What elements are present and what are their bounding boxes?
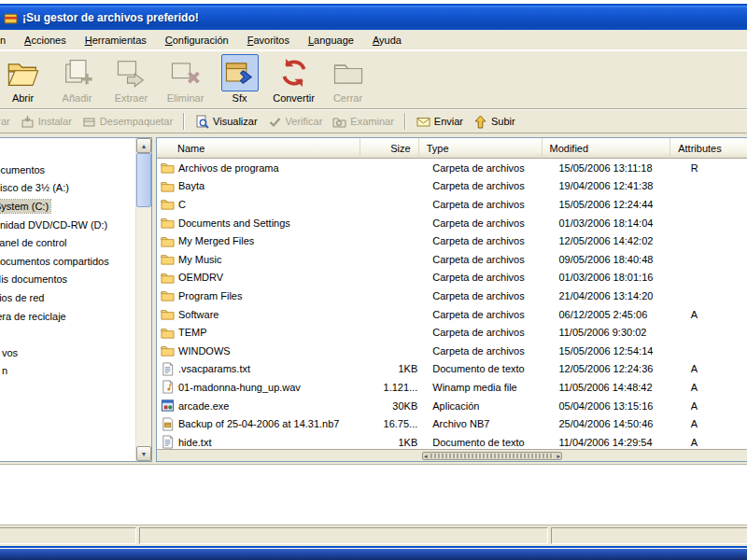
unpack-icon bbox=[82, 115, 96, 129]
file-row-documents-and-settings[interactable]: Documents and SettingsCarpeta de archivo… bbox=[157, 214, 747, 232]
file-row-oemdrv[interactable]: OEMDRVCarpeta de archivos01/03/2006 18:0… bbox=[157, 269, 747, 287]
file-name: Program Files bbox=[178, 290, 242, 301]
column-header-type[interactable]: Type bbox=[419, 138, 543, 159]
file-type-cell: Carpeta de archivos bbox=[425, 217, 551, 229]
file-type-cell: Carpeta de archivos bbox=[425, 345, 551, 357]
file-row-arcade-exe[interactable]: arcade.exe30KBAplicación05/04/2006 13:15… bbox=[157, 397, 747, 415]
tree-gap bbox=[0, 325, 135, 343]
toolbar-button-abrir[interactable]: Abrir bbox=[0, 54, 49, 104]
toolbar-separator bbox=[183, 113, 185, 130]
file-row-windows[interactable]: WINDOWSCarpeta de archivos15/05/2006 12:… bbox=[157, 342, 747, 360]
column-header-attributes[interactable]: Attributes bbox=[670, 138, 747, 159]
tree-item-system-c[interactable]: System (C:) bbox=[0, 197, 135, 216]
tree-item-unidad-dvd-cd-rw-d[interactable]: Unidad DVD/CD-RW (D:) bbox=[0, 216, 135, 234]
folder-icon bbox=[161, 234, 175, 248]
file-row-software[interactable]: SoftwareCarpeta de archivos06/12/2005 2:… bbox=[157, 305, 747, 324]
file-name: C bbox=[178, 199, 186, 210]
install-icon bbox=[21, 115, 35, 129]
toolbar-button-label: Instalar bbox=[38, 116, 72, 127]
scrollbar-thumb[interactable] bbox=[136, 153, 151, 207]
file-list: Archivos de programaCarpeta de archivos1… bbox=[157, 159, 747, 449]
scrollbar-track[interactable] bbox=[136, 153, 151, 446]
toolbar-separator bbox=[404, 113, 406, 130]
tree-item-mis-sitios-de-red[interactable]: Mis sitios de red bbox=[0, 288, 135, 307]
file-row-hide-txt[interactable]: hide.txt1KBDocumento de texto11/04/2006 … bbox=[157, 433, 747, 449]
column-header-size[interactable]: Size bbox=[360, 138, 418, 159]
file-attributes-cell: A bbox=[684, 363, 747, 374]
toolbar-button-label: Verificar bbox=[286, 116, 323, 127]
tree-item-panel-de-control[interactable]: Panel de control bbox=[0, 233, 135, 252]
toolbar-button-reparar: Reparar bbox=[0, 115, 10, 129]
splitter-right-icon[interactable]: ▸ bbox=[556, 453, 561, 459]
folder-icon bbox=[161, 307, 175, 321]
file-type-cell: Carpeta de archivos bbox=[425, 272, 551, 283]
toolbar-button-label: Sfx bbox=[213, 92, 266, 104]
scroll-up-icon[interactable]: ▲ bbox=[136, 138, 151, 153]
file-size-cell: 1KB bbox=[366, 363, 426, 374]
file-row-program-files[interactable]: Program FilesCarpeta de archivos21/04/20… bbox=[157, 287, 747, 305]
tree-item-label: vos bbox=[2, 347, 18, 358]
file-name-cell: C bbox=[157, 197, 366, 211]
file-name-cell: 01-madonna-hung_up.wav bbox=[157, 380, 366, 394]
splitter-grip[interactable]: ◂ ▸ bbox=[422, 452, 562, 460]
file-name: .vsacparams.txt bbox=[178, 363, 250, 374]
tree-item-mis-documentos[interactable]: Mis documentos bbox=[0, 271, 135, 289]
menu-item-acciones[interactable]: Acciones bbox=[15, 32, 76, 49]
tree-scrollbar[interactable]: ▲ ▼ bbox=[135, 138, 151, 461]
folder-icon bbox=[161, 326, 175, 340]
toolbar-button-visualizar[interactable]: Visualizar bbox=[195, 115, 258, 129]
statusbar bbox=[0, 527, 747, 546]
menu-item-configuracion[interactable]: Configuración bbox=[156, 32, 238, 49]
scroll-down-icon[interactable]: ▼ bbox=[136, 446, 151, 461]
file-type-cell: Documento de texto bbox=[425, 363, 551, 374]
file-modified-cell: 15/05/2006 12:24:44 bbox=[551, 199, 683, 210]
titlebar[interactable]: ¡Su gestor de archivos preferido! bbox=[0, 6, 747, 30]
file-row-01-madonna-hung-up-wav[interactable]: 01-madonna-hung_up.wav1.121...Winamp med… bbox=[157, 378, 747, 397]
file-modified-cell: 11/05/2006 14:48:42 bbox=[551, 382, 683, 393]
splitter-left-icon[interactable]: ◂ bbox=[423, 453, 429, 459]
column-header-name[interactable]: Name bbox=[157, 138, 360, 159]
file-row-backup-of-25-04-2006-at-14-31-nb7[interactable]: Backup of 25-04-2006 at 14.31.nb716.75..… bbox=[157, 414, 747, 433]
toolbar-button-desempaquetar: Desempaquetar bbox=[82, 115, 173, 129]
tree-item-label: System (C:) bbox=[0, 200, 50, 213]
view-icon bbox=[195, 115, 209, 129]
file-type-cell: Carpeta de archivos bbox=[425, 254, 551, 265]
folder-icon bbox=[161, 252, 175, 266]
toolbar-button-verificar: Verificar bbox=[268, 115, 323, 129]
file-name: TEMP bbox=[178, 327, 207, 338]
file-modified-cell: 12/05/2006 12:24:36 bbox=[551, 363, 683, 374]
tree-item-label: Documentos compartidos bbox=[0, 256, 109, 267]
tree-item-vos[interactable]: vos bbox=[0, 343, 135, 362]
menu-item-edicion[interactable]: Edición bbox=[0, 32, 15, 49]
file-row-bayta[interactable]: BaytaCarpeta de archivos19/04/2006 12:41… bbox=[157, 177, 747, 196]
file-row-my-music[interactable]: My MusicCarpeta de archivos09/05/2006 18… bbox=[157, 250, 747, 269]
menu-item-favoritos[interactable]: Favoritos bbox=[238, 32, 299, 49]
toolbar-button-sfx[interactable]: Sfx bbox=[213, 54, 266, 104]
tree-item-disco-de-3-a[interactable]: Disco de 3½ (A:) bbox=[0, 179, 135, 198]
comment-panel bbox=[0, 464, 747, 525]
toolbar-button-enviar[interactable]: Enviar bbox=[416, 115, 463, 129]
menu-item-ayuda[interactable]: Ayuda bbox=[363, 32, 411, 49]
toolbar-button-subir[interactable]: Subir bbox=[473, 115, 515, 129]
toolbar-button-convertir[interactable]: Convertir bbox=[267, 54, 320, 104]
file-row-c[interactable]: CCarpeta de archivos15/05/2006 12:24:44 bbox=[157, 195, 747, 214]
app-window-icon[interactable] bbox=[4, 11, 18, 25]
tree-item-documentos-compartidos[interactable]: Documentos compartidos bbox=[0, 252, 135, 271]
tree-item-n[interactable]: n bbox=[0, 362, 135, 381]
taskbar[interactable] bbox=[0, 549, 747, 560]
file-row-temp[interactable]: TEMPCarpeta de archivos11/05/2006 9:30:0… bbox=[157, 323, 747, 342]
file-attributes-cell: A bbox=[684, 400, 747, 412]
list-splitter[interactable]: ◂ ▸ bbox=[157, 449, 747, 461]
status-section-3 bbox=[551, 527, 747, 544]
tree-item-mis-documentos[interactable]: Mis documentos bbox=[0, 161, 135, 179]
column-header-label: Modified bbox=[550, 143, 589, 154]
toolbar-button-label: Extraer bbox=[105, 92, 158, 104]
file-row-my-merged-files[interactable]: My Merged FilesCarpeta de archivos12/05/… bbox=[157, 231, 747, 250]
menu-item-herramientas[interactable]: Herramientas bbox=[76, 32, 156, 49]
file-row-archivos-de-programa[interactable]: Archivos de programaCarpeta de archivos1… bbox=[157, 159, 747, 177]
tree-item-papelera-de-reciclaje[interactable]: Papelera de reciclaje bbox=[0, 307, 135, 326]
file-row-vsacparams-txt[interactable]: .vsacparams.txt1KBDocumento de texto12/0… bbox=[157, 360, 747, 379]
file-name: arcade.exe bbox=[178, 400, 229, 412]
menu-item-language[interactable]: Language bbox=[299, 32, 363, 49]
column-header-modified[interactable]: Modified bbox=[543, 138, 671, 159]
